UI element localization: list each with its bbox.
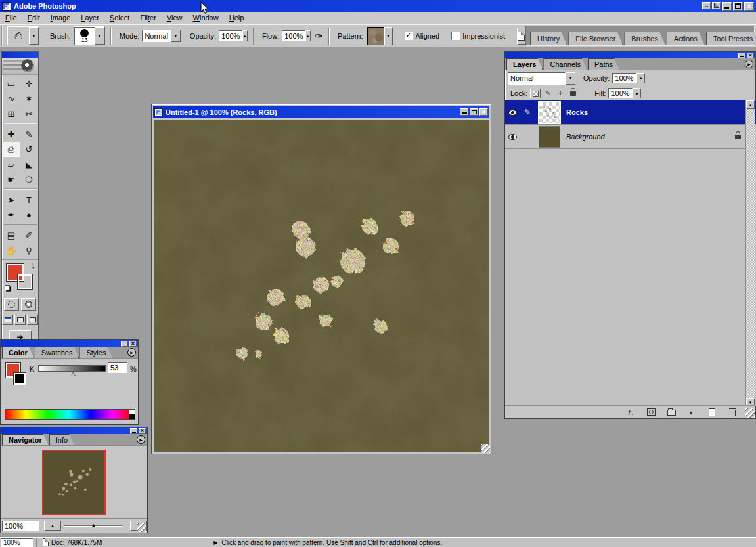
app-restore-button[interactable] (733, 2, 743, 11)
slider-thumb[interactable]: ▲ (91, 522, 97, 529)
notes-tool[interactable]: ▤ (3, 228, 20, 243)
color-spectrum-ramp[interactable] (5, 409, 135, 420)
menu-filter[interactable]: Filter (135, 12, 161, 24)
eyedropper-tool[interactable]: ✐ (20, 228, 38, 243)
paint-bucket-tool[interactable]: ◣ (20, 157, 38, 172)
layer-opacity-slider-button[interactable]: ▶ (636, 73, 645, 83)
layer-name[interactable]: Rocks (566, 108, 588, 116)
layer-blend-mode-select[interactable]: Normal ▼ (508, 72, 575, 85)
new-adjustment-layer-button[interactable]: ◐ (686, 407, 698, 418)
well-tab-tool-presets[interactable]: Tool Presets (706, 32, 756, 45)
menu-image[interactable]: Image (45, 12, 76, 24)
smudge-tool[interactable]: ☛ (3, 172, 20, 187)
magic-wand-tool[interactable]: ✶ (20, 91, 38, 106)
tab-paths[interactable]: Paths (588, 58, 619, 70)
layer-opacity-field[interactable]: 100% (612, 73, 636, 83)
navigator-resize-grip[interactable] (137, 523, 146, 532)
navigator-zoom-field[interactable]: 100% (2, 521, 39, 531)
standard-mode-button[interactable] (4, 298, 19, 311)
navigator-proxy-view[interactable] (42, 450, 106, 515)
menu-select[interactable]: Select (104, 12, 135, 24)
black-chip[interactable] (129, 414, 135, 419)
well-tab-actions[interactable]: Actions (667, 32, 705, 45)
layers-minimize-button[interactable] (738, 53, 745, 58)
menu-view[interactable]: View (162, 12, 188, 24)
navigator-minimize-button[interactable] (130, 428, 137, 434)
tool-preset-picker[interactable]: ⎙ ▼ (7, 26, 39, 45)
fullscreen-mode-button[interactable] (27, 315, 38, 325)
app-minimize-button[interactable] (722, 2, 732, 11)
zoom-tool[interactable]: ⚲ (20, 243, 38, 258)
airbrush-toggle-button[interactable]: ✑ (315, 28, 323, 44)
zoom-out-button[interactable]: ▲ (44, 521, 61, 531)
hand-tool[interactable]: ✋ (3, 243, 20, 258)
layers-scrollbar[interactable]: ▲ ▼ (745, 100, 755, 406)
well-tab-file-browser[interactable]: File Browser (568, 32, 623, 45)
layer-fill-slider-button[interactable]: ▶ (633, 88, 641, 98)
quick-mask-mode-button[interactable] (21, 298, 36, 311)
photoshop-logo[interactable] (2, 58, 38, 75)
swap-colors-icon[interactable]: ⤵ (32, 263, 35, 270)
pattern-stamp-tool[interactable]: ⎙ (3, 142, 20, 157)
file-browser-toggle-button[interactable] (517, 28, 525, 45)
color-palette-close-button[interactable]: × (129, 341, 137, 347)
fullscreen-with-menu-button[interactable] (14, 315, 26, 325)
document-maximize-button[interactable] (470, 108, 478, 116)
k-slider-thumb[interactable]: △ (71, 371, 76, 377)
visibility-toggle[interactable] (505, 125, 520, 149)
scroll-up-button[interactable]: ▲ (746, 100, 755, 109)
eraser-tool[interactable]: ▱ (3, 157, 20, 172)
tool-preset-dropdown-button[interactable]: ▼ (29, 27, 39, 45)
move-tool[interactable]: ✛ (20, 76, 38, 91)
brush-picker[interactable]: 13 ▼ (74, 26, 105, 45)
app-close-button[interactable]: × (744, 2, 754, 11)
color-palette-minimize-button[interactable] (121, 341, 128, 347)
layer-name[interactable]: Background (566, 133, 605, 141)
tab-channels[interactable]: Channels (543, 58, 587, 70)
shape-tool[interactable]: ● (20, 208, 38, 223)
color-palette-menu-button[interactable]: ▶ (127, 348, 136, 357)
pen-tool[interactable]: ✒ (3, 208, 20, 223)
color-panel-background-swatch[interactable] (14, 373, 26, 385)
slice-tool[interactable]: ✂ (20, 106, 38, 121)
document-titlebar[interactable]: Untitled-1 @ 100% (Rocks, RGB) × (153, 106, 489, 118)
healing-brush-tool[interactable]: ✚ (3, 127, 20, 142)
new-layer-set-button[interactable] (665, 407, 677, 418)
impressionist-checkbox[interactable]: ✓ (451, 32, 460, 40)
add-layer-mask-button[interactable] (645, 407, 657, 418)
color-palette-titlebar[interactable]: × (1, 340, 138, 347)
brush-preview[interactable]: 13 (74, 27, 95, 45)
tab-navigator[interactable]: Navigator (2, 434, 49, 445)
well-tab-brushes[interactable]: Brushes (624, 32, 665, 45)
lasso-tool[interactable]: ∿ (3, 91, 20, 106)
layer-thumbnail[interactable] (539, 102, 560, 123)
k-value-field[interactable]: 53 (108, 362, 127, 373)
tab-color[interactable]: Color (2, 347, 34, 358)
titlebar-extra-button-1[interactable]: ↔ (702, 2, 711, 9)
canvas[interactable] (154, 120, 489, 452)
layers-palette-titlebar[interactable]: × (505, 52, 755, 58)
document-resize-grip[interactable] (481, 444, 490, 453)
opacity-field[interactable]: 100% (219, 30, 242, 41)
standard-screen-mode-button[interactable] (2, 315, 13, 325)
background-color-swatch[interactable] (18, 274, 32, 289)
rectangular-marquee-tool[interactable]: ▭ (3, 76, 20, 91)
tab-styles[interactable]: Styles (79, 347, 112, 358)
flow-field[interactable]: 100% (282, 30, 305, 41)
options-bar-grip[interactable] (1, 26, 3, 46)
layer-row-rocks[interactable]: ✎ Rocks (505, 100, 756, 125)
path-selection-tool[interactable]: ➤ (3, 192, 20, 208)
type-tool[interactable]: T (20, 192, 38, 208)
default-colors-icon[interactable] (5, 285, 11, 292)
menu-file[interactable]: File (0, 12, 22, 24)
brush-dropdown-button[interactable]: ▼ (95, 27, 104, 45)
layer-fill-field[interactable]: 100% (608, 88, 633, 98)
layer-row-background[interactable]: Background (505, 125, 756, 149)
history-brush-tool[interactable]: ↺ (20, 142, 38, 157)
blend-dropdown-button[interactable]: ▼ (566, 72, 575, 85)
pattern-dropdown-button[interactable]: ▼ (384, 27, 393, 45)
tab-layers[interactable]: Layers (506, 58, 543, 70)
app-titlebar[interactable]: Adobe Photoshop ↔ × (0, 0, 756, 12)
pattern-swatch-icon[interactable] (367, 27, 384, 45)
navigator-close-button[interactable]: × (139, 428, 146, 434)
